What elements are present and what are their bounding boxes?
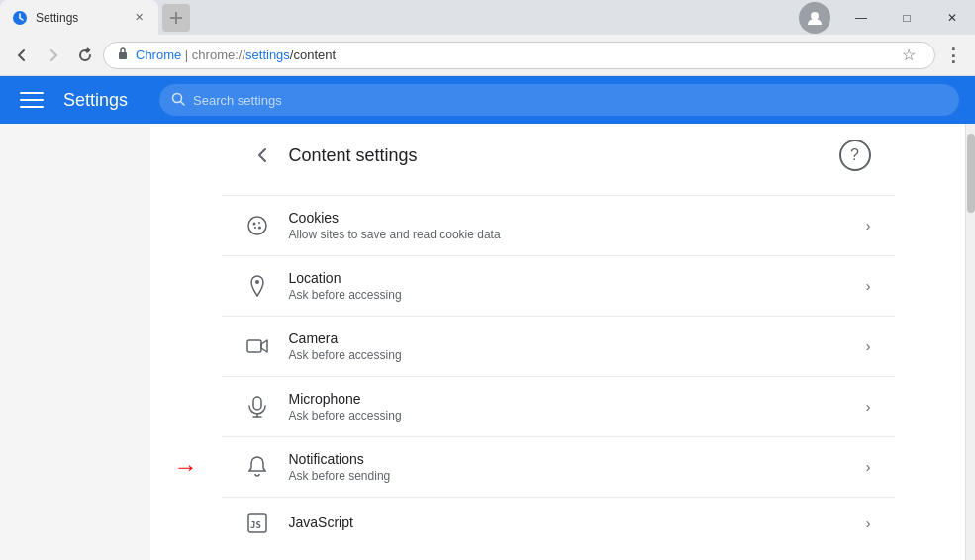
- camera-arrow: ›: [866, 338, 871, 354]
- camera-icon: [245, 334, 269, 358]
- red-indicator-arrow: →: [174, 453, 198, 481]
- svg-rect-4: [119, 52, 127, 59]
- back-button[interactable]: [8, 42, 36, 69]
- microphone-text: Microphone Ask before accessing: [289, 391, 846, 422]
- new-tab-button[interactable]: [162, 4, 190, 32]
- content-wrapper: Content settings ?: [150, 124, 975, 560]
- maximize-button[interactable]: □: [884, 0, 929, 35]
- svg-point-3: [811, 12, 819, 20]
- svg-point-10: [254, 227, 256, 229]
- main-content: Content settings ?: [0, 124, 975, 560]
- hamburger-line-2: [20, 99, 44, 101]
- javascript-text: JavaScript: [289, 514, 846, 532]
- list-item[interactable]: → Notifications Ask before sending ›: [222, 436, 895, 497]
- javascript-icon: JS: [245, 512, 269, 535]
- svg-point-9: [258, 222, 260, 224]
- hamburger-menu[interactable]: [16, 84, 48, 116]
- cookies-subtitle: Allow sites to save and read cookie data: [289, 228, 846, 241]
- list-item[interactable]: Camera Ask before accessing ›: [222, 316, 895, 376]
- hamburger-line-3: [20, 106, 44, 108]
- camera-title: Camera: [289, 330, 846, 346]
- refresh-button[interactable]: [71, 42, 99, 69]
- help-button[interactable]: ?: [839, 140, 871, 171]
- scrollbar[interactable]: [965, 124, 975, 560]
- javascript-title: JavaScript: [289, 514, 846, 530]
- cookies-icon: [245, 214, 269, 237]
- address-text: Chrome | chrome://settings/content: [136, 47, 889, 62]
- svg-point-11: [258, 227, 261, 230]
- navigation-bar: Chrome | chrome://settings/content ☆ ⋮: [0, 35, 975, 76]
- svg-rect-14: [253, 397, 261, 410]
- search-bar[interactable]: [159, 84, 959, 116]
- profile-button[interactable]: [799, 2, 830, 34]
- location-subtitle: Ask before accessing: [289, 288, 846, 302]
- svg-text:JS: JS: [250, 520, 261, 530]
- javascript-arrow: ›: [866, 515, 871, 531]
- microphone-arrow: ›: [866, 399, 871, 415]
- tab-close-button[interactable]: ✕: [131, 10, 146, 26]
- tab-favicon: [12, 10, 28, 26]
- title-bar-right: — □ ✕: [799, 0, 975, 35]
- title-bar-left: Settings ✕: [0, 0, 799, 35]
- chrome-menu-button[interactable]: ⋮: [939, 42, 967, 69]
- svg-point-7: [248, 217, 266, 234]
- cookies-title: Cookies: [289, 210, 846, 226]
- camera-subtitle: Ask before accessing: [289, 348, 846, 362]
- notifications-icon: [245, 455, 269, 479]
- location-title: Location: [289, 270, 846, 286]
- content-panel: Content settings ?: [222, 124, 895, 549]
- content-header-left: Content settings: [245, 140, 418, 171]
- cookies-text: Cookies Allow sites to save and read coo…: [289, 210, 846, 241]
- content-settings-header: Content settings ?: [222, 124, 895, 187]
- microphone-subtitle: Ask before accessing: [289, 409, 846, 422]
- window-controls: — □ ✕: [838, 0, 975, 35]
- hamburger-line-1: [20, 92, 44, 94]
- svg-point-12: [255, 280, 259, 284]
- svg-line-6: [181, 101, 185, 105]
- list-item[interactable]: Microphone Ask before accessing ›: [222, 376, 895, 436]
- content-area: Content settings ?: [150, 124, 965, 560]
- address-bar[interactable]: Chrome | chrome://settings/content ☆: [103, 42, 935, 69]
- notifications-text: Notifications Ask before sending: [289, 451, 846, 483]
- list-item[interactable]: JS JavaScript ›: [222, 497, 895, 549]
- svg-rect-13: [247, 340, 261, 352]
- security-icon: [116, 47, 130, 63]
- content-back-button[interactable]: [245, 140, 277, 171]
- content-settings-title: Content settings: [289, 145, 418, 166]
- active-tab[interactable]: Settings ✕: [0, 0, 158, 35]
- search-icon: [171, 92, 185, 109]
- camera-text: Camera Ask before accessing: [289, 330, 846, 362]
- close-button[interactable]: ✕: [929, 0, 975, 35]
- notifications-arrow: ›: [866, 459, 871, 475]
- cookies-arrow: ›: [866, 218, 871, 233]
- microphone-title: Microphone: [289, 391, 846, 407]
- minimize-button[interactable]: —: [838, 0, 884, 35]
- list-item[interactable]: Location Ask before accessing ›: [222, 255, 895, 316]
- location-text: Location Ask before accessing: [289, 270, 846, 302]
- location-arrow: ›: [866, 278, 871, 294]
- forward-button[interactable]: [40, 42, 67, 69]
- scrollbar-thumb[interactable]: [967, 134, 975, 213]
- list-item[interactable]: Cookies Allow sites to save and read coo…: [222, 195, 895, 255]
- settings-header: Settings: [0, 76, 975, 124]
- notifications-title: Notifications: [289, 451, 846, 467]
- svg-point-8: [252, 223, 255, 226]
- tab-title: Settings: [36, 11, 123, 25]
- location-icon: [245, 274, 269, 298]
- search-input[interactable]: [193, 93, 947, 108]
- chrome-label: Chrome: [136, 47, 181, 62]
- sidebar: [0, 124, 150, 560]
- bookmark-button[interactable]: ☆: [895, 42, 923, 69]
- microphone-icon: [245, 395, 269, 419]
- title-bar: Settings ✕ — □ ✕: [0, 0, 975, 35]
- notifications-subtitle: Ask before sending: [289, 469, 846, 483]
- settings-page-title: Settings: [63, 90, 128, 111]
- svg-rect-2: [170, 17, 182, 19]
